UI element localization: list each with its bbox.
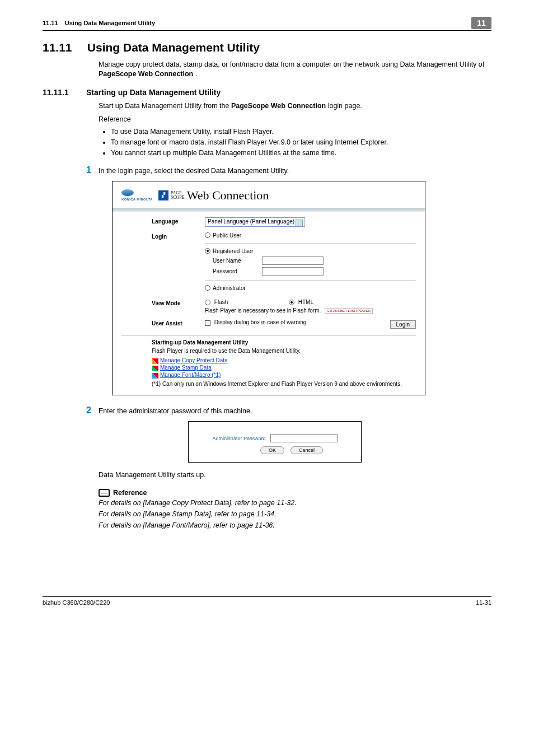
reference-line: For details on [Manage Stamp Data], refe… [99, 510, 491, 518]
password-label: Password [213, 268, 262, 274]
dmu-heading: Starting-up Data Management Utility [152, 339, 416, 346]
password-input[interactable] [262, 267, 324, 276]
after-step-2: Data Management Utility starts up. [99, 470, 491, 480]
flash-note: Flash Player is necessary to see in Flas… [205, 307, 321, 314]
user-assist-checkbox[interactable] [205, 320, 210, 326]
subsection-heading: 11.11.1 Starting up Data Management Util… [43, 88, 491, 97]
user-assist-label: User Assist [152, 319, 205, 326]
dmu-footnote: (*1) Can only run on Windows Internet Ex… [152, 381, 416, 387]
reference-heading: Reference [113, 489, 147, 497]
admin-password-input[interactable] [270, 434, 338, 442]
screenshot-header: KONICA MINOLTA ▞ PAGE SCOPE Web Connecti… [113, 181, 425, 208]
language-select[interactable]: Panel Language (Panel Language) [205, 217, 305, 227]
pagescope-logo: ▞ PAGE SCOPE Web Connection [158, 188, 269, 203]
admin-password-screenshot: Administrator Password OK Cancel [188, 421, 362, 463]
manage-stamp-link[interactable]: Manage Stamp Data [160, 365, 212, 371]
public-user-radio[interactable] [205, 232, 210, 238]
step-number: 1 [86, 165, 99, 175]
admin-password-label: Administrator Password [212, 436, 265, 441]
user-assist-text: Display dialog box in case of warning. [214, 319, 308, 325]
html-label: HTML [298, 299, 313, 305]
administrator-radio[interactable] [205, 285, 210, 291]
manage-copy-protect-link[interactable]: Manage Copy Protect Data [160, 357, 228, 363]
reference-bullet: To manage font or macro data, install Fl… [111, 137, 491, 148]
step-text: Enter the administrator password of this… [99, 405, 252, 415]
reference-line: For details on [Manage Copy Protect Data… [99, 499, 491, 507]
cancel-button[interactable]: Cancel [291, 446, 323, 454]
running-header-text: 11.11 Using Data Management Utility [43, 20, 155, 26]
section-heading: 11.11 Using Data Management Utility [43, 41, 491, 54]
registered-user-radio[interactable] [205, 248, 210, 254]
manage-font-macro-link[interactable]: Manage Font/Macro (*1) [160, 372, 221, 378]
login-label: Login [152, 232, 205, 240]
section-intro: Manage copy protect data, stamp data, or… [99, 60, 491, 79]
username-input[interactable] [262, 256, 324, 265]
login-button[interactable]: Login [390, 320, 416, 329]
step-1: 1 In the login page, select the desired … [86, 165, 491, 175]
footer-model: bizhub C360/C280/C220 [43, 599, 110, 606]
public-user-label: Public User [213, 232, 241, 239]
reference-line: For details on [Manage Font/Macro], refe… [99, 521, 491, 529]
administrator-label: Administrator [213, 285, 246, 291]
section-title-text: Using Data Management Utility [87, 41, 260, 54]
dmu-note: Flash Player is required to use the Data… [152, 348, 416, 354]
step-2: 2 Enter the administrator password of th… [86, 405, 491, 416]
reference-bullet: To use Data Management Utility, install … [111, 127, 491, 137]
reference-list: Reference To use Data Management Utility… [99, 114, 491, 158]
manual-page: 11.11 Using Data Management Utility 11 1… [0, 0, 534, 628]
section-number: 11.11 [43, 41, 84, 54]
language-label: Language [152, 217, 205, 225]
step-text: In the login page, select the desired Da… [99, 165, 289, 175]
stamp-icon [152, 366, 158, 371]
username-label: User Name [213, 258, 262, 264]
web-connection-text: Web Connection [187, 188, 269, 203]
font-macro-icon [152, 373, 158, 379]
chapter-badge: 11 [471, 17, 491, 29]
reference-icon [99, 489, 110, 497]
registered-user-label: Registered User [213, 248, 253, 254]
step-number: 2 [86, 405, 99, 416]
login-screenshot: KONICA MINOLTA ▞ PAGE SCOPE Web Connecti… [112, 181, 425, 396]
reference-label: Reference [99, 114, 491, 125]
copy-protect-icon [152, 358, 158, 364]
reference-bullet: You cannot start up multiple Data Manage… [111, 148, 491, 158]
running-header: 11.11 Using Data Management Utility 11 [43, 17, 491, 31]
pagescope-icon: ▞ [158, 190, 168, 200]
header-title: Using Data Management Utility [65, 20, 155, 26]
reference-block: Reference For details on [Manage Copy Pr… [99, 489, 491, 529]
subsection-lead: Start up Data Management Utility from th… [99, 101, 491, 111]
flash-label: Flash [214, 299, 228, 305]
header-section-num: 11.11 [43, 20, 58, 26]
page-footer: bizhub C360/C280/C220 11-31 [43, 596, 491, 606]
konica-minolta-logo: KONICA MINOLTA [121, 189, 153, 201]
footer-page-number: 11-31 [476, 599, 491, 606]
get-flash-badge[interactable]: Get ADOBE FLASH PLAYER [325, 308, 373, 314]
subsection-number: 11.11.1 [43, 88, 84, 97]
subsection-title-text: Starting up Data Management Utility [86, 88, 221, 97]
ok-button[interactable]: OK [260, 446, 284, 454]
html-radio[interactable] [289, 300, 294, 305]
view-mode-label: View Mode [152, 299, 205, 306]
flash-radio[interactable] [205, 300, 210, 305]
